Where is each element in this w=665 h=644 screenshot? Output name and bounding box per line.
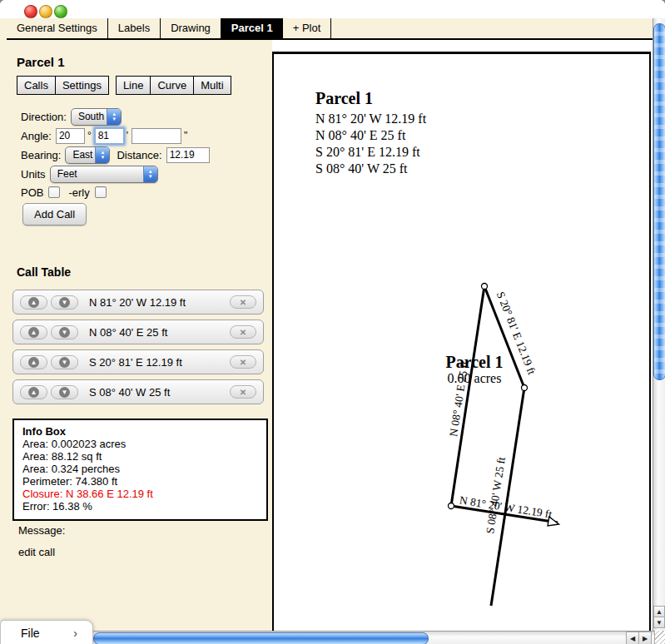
- line-button[interactable]: Line: [116, 76, 151, 95]
- direction-value: South: [78, 111, 104, 122]
- tab-drawing[interactable]: Drawing: [161, 18, 221, 38]
- delete-icon: ✕: [240, 298, 246, 307]
- plot-canvas[interactable]: Parcel 1 N 81° 20' W 12.19 ft N 08° 40' …: [272, 52, 651, 633]
- angle-degrees-field[interactable]: [56, 128, 85, 144]
- error-percent: Error: 16.38 %: [22, 500, 258, 513]
- bearing-value: East: [72, 149, 92, 161]
- file-menu-button[interactable]: File ›: [0, 620, 93, 644]
- vertex-marker: [482, 284, 488, 290]
- distance-field[interactable]: [166, 147, 210, 163]
- units-row: Units Feet ▲▼: [21, 166, 158, 182]
- zoom-window-button[interactable]: [54, 5, 67, 18]
- scroll-down-icon: ▼: [656, 619, 663, 627]
- angle-row: Angle: ° ' ": [21, 127, 191, 144]
- angle-minutes-field[interactable]: [95, 128, 124, 144]
- multi-button[interactable]: Multi: [193, 76, 231, 95]
- vertical-scrollbar[interactable]: ▲ ▼: [653, 18, 665, 631]
- distance-label: Distance:: [117, 149, 161, 161]
- popup-stepper-icon: ▲▼: [95, 147, 109, 163]
- mode-button-rows: Calls Settings Line Curve Multi: [17, 76, 231, 95]
- down-arrow-icon: ▼: [59, 387, 70, 398]
- call-row[interactable]: ▲ ▼ N 08° 40' E 25 ft ✕: [12, 320, 264, 344]
- scroll-left-button[interactable]: ◀: [626, 632, 639, 644]
- move-down-button[interactable]: ▼: [51, 295, 78, 310]
- horizontal-scrollbar[interactable]: ◀ ▶: [0, 631, 665, 644]
- up-arrow-icon: ▲: [28, 357, 39, 368]
- erly-checkbox[interactable]: [95, 186, 107, 198]
- tab-add-plot[interactable]: + Plot: [283, 18, 332, 38]
- delete-call-button[interactable]: ✕: [230, 385, 256, 399]
- vertical-scrollbar-thumb[interactable]: [653, 23, 665, 380]
- delete-icon: ✕: [240, 388, 246, 397]
- scroll-up-button[interactable]: ▲: [653, 606, 665, 617]
- pob-label: POB: [21, 186, 43, 199]
- vertex-marker: [522, 385, 528, 391]
- minimize-window-button[interactable]: [39, 5, 52, 18]
- move-up-button[interactable]: ▲: [20, 295, 47, 310]
- plot-call-line: S 08° 40' W 25 ft: [315, 161, 408, 176]
- perimeter: Perimeter: 74.380 ft: [22, 475, 258, 488]
- scroll-right-icon: ▶: [643, 635, 648, 642]
- units-value: Feet: [57, 168, 77, 180]
- delete-call-button[interactable]: ✕: [230, 325, 256, 339]
- curve-button[interactable]: Curve: [150, 76, 194, 95]
- bearing-row: Bearing: East ▲▼ Distance:: [21, 146, 210, 163]
- close-window-button[interactable]: [24, 5, 37, 18]
- parcel-center-label: Parcel 1: [445, 353, 503, 371]
- scroll-down-button[interactable]: ▼: [653, 617, 665, 628]
- move-up-button[interactable]: ▲: [20, 325, 47, 339]
- call-row[interactable]: ▲ ▼ S 08° 40' W 25 ft ✕: [12, 379, 264, 404]
- move-down-button[interactable]: ▼: [51, 325, 78, 339]
- minute-symbol: ': [127, 130, 128, 141]
- tab-parcel-1[interactable]: Parcel 1: [221, 18, 283, 38]
- move-up-button[interactable]: ▲: [20, 385, 47, 399]
- plot-call-line: N 81° 20' W 12.19 ft: [315, 111, 427, 126]
- resize-grip[interactable]: [654, 631, 665, 644]
- pob-checkbox[interactable]: [48, 186, 60, 198]
- move-down-button[interactable]: ▼: [51, 385, 78, 399]
- application-window: General Settings Labels Drawing Parcel 1…: [0, 0, 665, 644]
- erly-label: -erly: [68, 186, 89, 199]
- tab-labels[interactable]: Labels: [108, 18, 161, 38]
- delete-call-button[interactable]: ✕: [230, 295, 256, 309]
- info-box-title: Info Box: [22, 425, 258, 438]
- direction-row: Direction: South ▲▼: [21, 108, 122, 125]
- call-table: ▲ ▼ N 81° 20' W 12.19 ft ✕ ▲ ▼ N 08° 40'…: [12, 290, 264, 409]
- scroll-right-button[interactable]: ▶: [638, 632, 652, 644]
- closure-error: Closure: N 38.66 E 12.19 ft: [22, 488, 258, 500]
- angle-seconds-field[interactable]: [132, 128, 181, 144]
- area-perches: Area: 0.324 perches: [22, 463, 258, 475]
- call-text: N 81° 20' W 12.19 ft: [89, 296, 230, 309]
- call-type-segment: Line Curve Multi: [116, 76, 231, 95]
- add-call-button[interactable]: Add Call: [22, 203, 87, 225]
- plot-call-line: N 08° 40' E 25 ft: [315, 128, 406, 142]
- bearing-label: Bearing:: [21, 149, 61, 161]
- calls-button[interactable]: Calls: [17, 76, 56, 95]
- direction-label: Direction:: [21, 111, 67, 123]
- move-down-button[interactable]: ▼: [51, 355, 78, 369]
- scroll-left-icon: ◀: [630, 635, 635, 642]
- up-arrow-icon: ▲: [28, 327, 39, 338]
- settings-button[interactable]: Settings: [55, 76, 109, 95]
- plot-heading: Parcel 1: [315, 89, 373, 107]
- horizontal-scrollbar-thumb[interactable]: [93, 632, 429, 644]
- delete-icon: ✕: [240, 328, 246, 337]
- down-arrow-icon: ▼: [59, 297, 70, 308]
- view-mode-segment: Calls Settings: [17, 76, 109, 95]
- delete-call-button[interactable]: ✕: [230, 355, 256, 369]
- popup-stepper-icon: ▲▼: [107, 109, 121, 125]
- vertex-marker: [449, 503, 454, 509]
- message-text: edit call: [18, 546, 55, 558]
- units-select[interactable]: Feet ▲▼: [50, 166, 158, 183]
- bearing-select[interactable]: East ▲▼: [65, 146, 110, 164]
- tab-general-settings[interactable]: General Settings: [7, 18, 108, 38]
- file-menu-label: File: [21, 627, 73, 640]
- window-titlebar: [0, 0, 665, 18]
- info-box: Info Box Area: 0.002023 acres Area: 88.1…: [12, 419, 268, 521]
- message-label: Message:: [18, 524, 65, 537]
- move-up-button[interactable]: ▲: [20, 355, 47, 369]
- call-row[interactable]: ▲ ▼ S 20° 81' E 12.19 ft ✕: [12, 349, 264, 374]
- down-arrow-icon: ▼: [59, 357, 70, 368]
- direction-select[interactable]: South ▲▼: [71, 108, 122, 126]
- call-row[interactable]: ▲ ▼ N 81° 20' W 12.19 ft ✕: [12, 290, 264, 315]
